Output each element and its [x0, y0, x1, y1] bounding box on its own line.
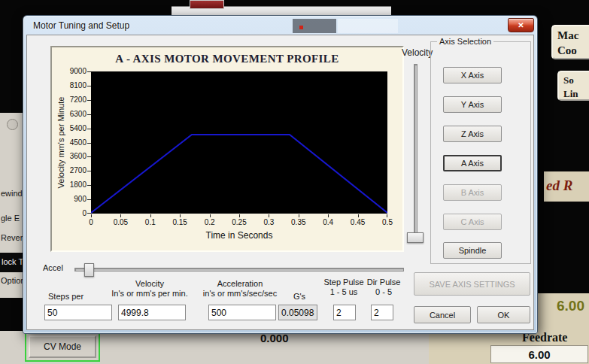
- velocity-input[interactable]: [118, 305, 186, 320]
- y-tick-mark: [87, 199, 91, 200]
- dialog-body: A - AXIS MOTOR MOVEMENT PROFILE Time in …: [26, 35, 534, 330]
- a-axis-button[interactable]: A Axis: [443, 155, 502, 171]
- accel-slider-label: Accel: [43, 263, 63, 272]
- velocity-slider-track[interactable]: [414, 64, 417, 243]
- cv-mode-button[interactable]: CV Mode: [29, 335, 96, 358]
- x-tick-label: 0.35: [286, 218, 311, 226]
- velocity-label-line2: In's or mm's per min.: [101, 289, 199, 298]
- steps-per-input[interactable]: [44, 305, 112, 320]
- axis-selection-title: Axis Selection: [437, 37, 493, 46]
- background-block-label: lock T: [2, 257, 23, 266]
- feed-rate-panel-fragment: ed R: [544, 171, 589, 202]
- y-tick-mark: [87, 143, 91, 144]
- x-axis-button[interactable]: X Axis: [443, 67, 502, 83]
- y-tick-label: 4500: [58, 138, 87, 147]
- dir-pulse-label-line2: 0 - 5: [354, 287, 414, 296]
- x-tick-label: 0: [78, 218, 104, 226]
- titlebar-glass-light: [338, 19, 398, 33]
- y-tick-mark: [87, 71, 91, 72]
- x-tick-label: 0.2: [197, 218, 223, 226]
- x-tick-mark: [387, 214, 387, 217]
- x-tick-label: 0.25: [226, 218, 252, 226]
- y-axis-button[interactable]: Y Axis: [443, 96, 502, 113]
- x-tick-mark: [328, 214, 329, 217]
- step-pulse-input[interactable]: [333, 305, 356, 320]
- x-tick-mark: [91, 214, 92, 217]
- save-axis-settings-button[interactable]: SAVE AXIS SETTINGS: [414, 272, 530, 296]
- y-tick-mark: [87, 156, 91, 157]
- velocity-profile-line: [91, 71, 387, 214]
- y-tick-label: 1800: [58, 180, 87, 189]
- accel-slider-track[interactable]: [74, 268, 404, 271]
- x-tick-mark: [120, 214, 121, 217]
- machine-coords-line2: Coo: [557, 43, 589, 58]
- background-button-options[interactable]: Option: [1, 276, 25, 285]
- y-tick-mark: [87, 185, 91, 186]
- x-tick-label: 0.5: [375, 218, 400, 226]
- feedrate-value: 6.00: [528, 348, 550, 361]
- screw-icon: [7, 119, 18, 130]
- cv-mode-label: CV Mode: [44, 341, 81, 352]
- x-tick-mark: [239, 214, 240, 217]
- acceleration-label-line1: Acceleration: [199, 279, 281, 288]
- y-tick-label: 0: [58, 209, 87, 217]
- c-axis-button[interactable]: C Axis: [443, 214, 502, 230]
- x-tick-label: 0.15: [167, 218, 193, 226]
- y-tick-mark: [87, 213, 91, 214]
- cancel-button[interactable]: Cancel: [414, 306, 471, 323]
- motor-tuning-dialog: Motor Tuning and Setup ✕ A - AXIS MOTOR …: [23, 15, 538, 334]
- y-tick-label: 5400: [58, 124, 87, 132]
- machine-coords-line1: Mac: [557, 28, 589, 43]
- machine-coords-button[interactable]: Mac Coo: [551, 25, 589, 59]
- x-tick-label: 0.3: [256, 218, 281, 226]
- close-button[interactable]: ✕: [508, 18, 534, 32]
- y-tick-mark: [87, 129, 91, 129]
- soft-limits-line1: So: [563, 74, 589, 87]
- y-tick-label: 2700: [58, 166, 87, 174]
- soft-limits-button[interactable]: So Lin: [557, 71, 589, 101]
- y-tick-mark: [87, 86, 91, 86]
- x-tick-mark: [358, 214, 359, 217]
- feed-override-value: 6.00: [557, 298, 584, 314]
- feed-rate-title-fragment: ed R: [546, 177, 572, 194]
- y-tick-label: 900: [58, 195, 87, 203]
- acceleration-label-line2: in's or mm's/sec/sec: [191, 289, 289, 298]
- dir-pulse-label-line1: Dir Pulse: [354, 278, 414, 287]
- cv-mode-frame: CV Mode: [25, 332, 100, 362]
- spindle-button[interactable]: Spindle: [443, 242, 502, 259]
- accel-slider-thumb[interactable]: [84, 263, 94, 277]
- background-button-rewind[interactable]: ewind: [1, 189, 23, 198]
- chart-x-axis-label: Time in Seconds: [91, 230, 387, 241]
- chart-title: A - AXIS MOTOR MOVEMENT PROFILE: [52, 53, 402, 65]
- dir-pulse-input[interactable]: [371, 305, 393, 320]
- x-tick-label: 0.4: [315, 218, 341, 226]
- dialog-title: Motor Tuning and Setup: [33, 20, 129, 31]
- background-red-button[interactable]: [190, 0, 224, 9]
- y-tick-mark: [87, 114, 91, 115]
- velocity-slider-label: Velocity: [402, 47, 433, 58]
- background-button-reverse[interactable]: Rever: [1, 233, 23, 242]
- feedrate-dro: 6.00: [490, 345, 588, 363]
- y-tick-mark: [87, 171, 91, 171]
- axis-selection-group: Axis Selection X Axis Y Axis Z Axis A Ax…: [430, 41, 531, 264]
- background-button-single[interactable]: gle E: [1, 214, 20, 223]
- titlebar-red-dot: [299, 26, 303, 29]
- close-icon: ✕: [518, 21, 524, 29]
- b-axis-button[interactable]: B Axis: [443, 184, 502, 201]
- soft-limits-line2: Lin: [563, 87, 589, 101]
- velocity-slider-thumb[interactable]: [407, 232, 424, 243]
- velocity-label-line1: Velocity: [108, 279, 191, 288]
- z-axis-button[interactable]: Z Axis: [443, 126, 502, 142]
- x-tick-mark: [299, 214, 299, 217]
- y-tick-label: 6300: [58, 110, 87, 118]
- x-tick-mark: [269, 214, 269, 217]
- y-tick-label: 8100: [58, 81, 87, 89]
- chart-plot: [91, 71, 387, 214]
- y-tick-label: 3600: [58, 152, 87, 160]
- x-tick-mark: [150, 214, 151, 217]
- gs-readout: [278, 305, 317, 320]
- y-tick-mark: [87, 100, 91, 101]
- steps-per-label: Steps per: [48, 292, 83, 301]
- ok-button[interactable]: OK: [477, 306, 530, 323]
- acceleration-input[interactable]: [208, 305, 276, 320]
